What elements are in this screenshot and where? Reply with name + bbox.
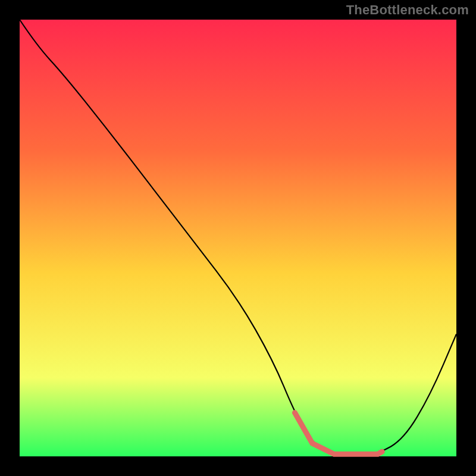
chart-svg [0, 0, 476, 476]
chart-frame: TheBottleneck.com [0, 0, 476, 476]
plot-background [20, 20, 456, 456]
